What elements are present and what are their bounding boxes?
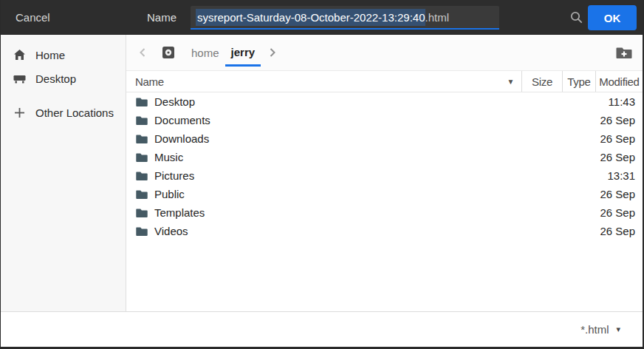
table-row[interactable]: Downloads 26 Sep (126, 129, 643, 148)
sidebar-item-desktop[interactable]: Desktop (1, 67, 126, 89)
file-modified: 26 Sep (595, 114, 643, 126)
table-row[interactable]: Public 26 Sep (126, 185, 643, 203)
new-folder-icon (616, 46, 632, 59)
column-header-label: Name (135, 75, 164, 88)
file-modified: 26 Sep (595, 132, 643, 145)
filesystem-root-button[interactable] (160, 44, 177, 61)
table-row[interactable]: Desktop 11:43 (126, 92, 643, 111)
sidebar-item-label: Home (35, 49, 65, 61)
home-icon (13, 48, 26, 61)
sidebar-item-home[interactable]: Home (1, 44, 126, 66)
file-save-dialog: Cancel Name sysreport-Saturday-08-Octobe… (0, 0, 644, 349)
file-modified: 26 Sep (595, 225, 643, 237)
chevron-right-icon (270, 48, 275, 57)
ok-button[interactable]: OK (588, 5, 637, 30)
folder-icon (136, 208, 148, 218)
folder-icon (136, 171, 148, 181)
file-name-cell: Videos (126, 225, 521, 237)
file-modified: 11:43 (595, 95, 643, 108)
sidebar-item-other-locations[interactable]: Other Locations (1, 101, 126, 123)
file-name: Public (154, 188, 185, 200)
file-name: Videos (154, 225, 188, 237)
sidebar-item-label: Other Locations (35, 106, 114, 119)
chevron-down-icon: ▾ (616, 325, 620, 334)
column-header-size[interactable]: Size (521, 71, 562, 92)
new-folder-button[interactable] (614, 44, 634, 61)
sidebar-item-label: Desktop (35, 72, 76, 85)
table-row[interactable]: Videos 26 Sep (126, 222, 643, 240)
path-segment-home[interactable]: home (187, 47, 224, 59)
sort-descending-icon: ▼ (507, 78, 514, 86)
table-row[interactable]: Pictures 13:31 (126, 166, 643, 185)
plus-icon (13, 106, 26, 119)
file-name-cell: Music (126, 151, 521, 163)
filename-input[interactable]: sysreport-Saturday-08-October-2022-13:29… (191, 6, 499, 30)
path-bar: home jerry (126, 35, 643, 71)
file-list: Desktop 11:43 Documents 26 Sep Downloads… (126, 92, 643, 311)
column-header-name[interactable]: Name ▼ (126, 71, 521, 92)
file-type-filter-dropdown[interactable]: *.html ▾ (580, 323, 620, 336)
file-name-cell: Pictures (126, 169, 521, 182)
file-modified: 13:31 (595, 169, 643, 182)
filter-label: *.html (580, 323, 609, 336)
table-row[interactable]: Music 26 Sep (126, 148, 643, 166)
search-button[interactable] (567, 8, 585, 26)
folder-icon (136, 134, 148, 144)
path-segment-current[interactable]: jerry (227, 46, 260, 60)
active-segment-underline (225, 64, 261, 67)
dialog-footer: *.html ▾ (1, 311, 643, 347)
filename-field-label: Name (147, 11, 177, 24)
desktop-icon (13, 72, 26, 85)
folder-icon (136, 152, 148, 163)
dialog-body: Home Desktop Other Locations (1, 35, 643, 311)
cancel-button[interactable]: Cancel (16, 11, 50, 24)
filename-selected-text: sysreport-Saturday-08-October-2022-13:29… (196, 9, 425, 26)
table-row[interactable]: Documents 26 Sep (126, 111, 643, 129)
table-row[interactable]: Templates 26 Sep (126, 203, 643, 222)
file-name-cell: Documents (126, 114, 521, 126)
file-name: Pictures (154, 169, 194, 182)
file-browser-pane: home jerry Nam (126, 35, 643, 311)
places-sidebar: Home Desktop Other Locations (1, 35, 126, 311)
file-name: Music (154, 151, 183, 163)
hard-drive-icon (162, 46, 175, 59)
search-icon (569, 10, 583, 24)
file-name-cell: Templates (126, 206, 521, 219)
file-name-cell: Downloads (126, 132, 521, 145)
chevron-left-icon (140, 48, 145, 57)
forward-button[interactable] (265, 45, 280, 60)
filename-extension-text: .html (425, 11, 450, 24)
file-modified: 26 Sep (595, 206, 643, 219)
file-name: Desktop (154, 95, 195, 108)
folder-icon (136, 226, 148, 237)
file-modified: 26 Sep (595, 151, 643, 163)
file-name: Downloads (154, 132, 209, 145)
dialog-header-bar: Cancel Name sysreport-Saturday-08-Octobe… (1, 0, 643, 35)
file-name: Documents (154, 114, 210, 126)
column-header-type[interactable]: Type (562, 71, 595, 92)
folder-icon (136, 97, 148, 107)
file-name: Templates (154, 206, 205, 219)
folder-icon (136, 189, 148, 200)
back-button[interactable] (135, 45, 150, 60)
file-modified: 26 Sep (595, 188, 643, 200)
path-segment-label: jerry (231, 46, 256, 58)
column-header-modified[interactable]: Modified (595, 71, 643, 92)
file-name-cell: Public (126, 188, 521, 200)
column-header-row: Name ▼ Size Type Modified (126, 71, 643, 92)
folder-icon (136, 115, 148, 126)
file-name-cell: Desktop (126, 95, 521, 108)
